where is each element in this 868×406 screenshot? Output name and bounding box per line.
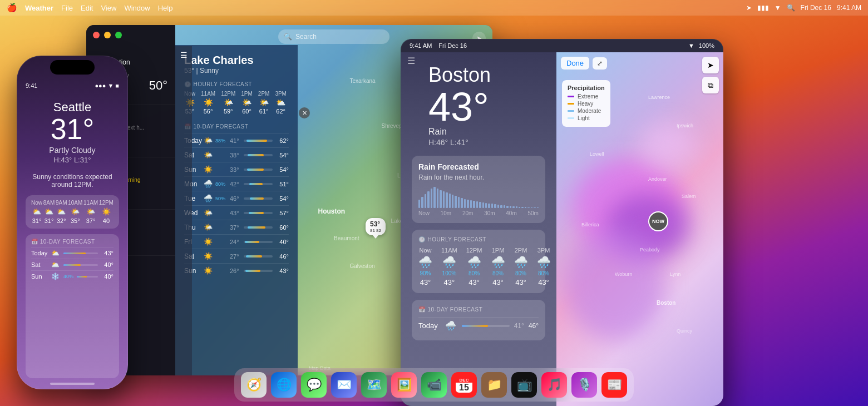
precip-title: Precipitation — [568, 85, 605, 91]
dock-safari[interactable]: 🌐 — [271, 372, 297, 398]
rain-bar — [482, 202, 484, 208]
forecast-row: Fri ☀️ 24° 40° — [184, 234, 289, 249]
hour-item: 1PM 🌤️ 60° — [241, 91, 253, 115]
dock-facetime[interactable]: 📹 — [421, 372, 447, 398]
hour-item: 9AM ⛅ 32° — [56, 200, 67, 224]
dock-messages[interactable]: 💬 — [301, 372, 327, 398]
precip-swatch-moderate — [568, 110, 574, 112]
hour-item: 1PM 🌧️ 80% 43° — [491, 247, 505, 286]
dock-podcasts[interactable]: 🎙️ — [571, 372, 597, 398]
location-icon: ➤ — [746, 4, 752, 12]
map-city-beaumont: Beaumont — [334, 235, 359, 241]
rain-bar — [476, 201, 478, 208]
panel-city: Lake Charles — [184, 54, 289, 67]
hourly-label: 🕐 HOURLY FORECAST — [184, 81, 289, 87]
panel-sub: 53° | Sunny — [184, 67, 289, 75]
rain-bar — [497, 205, 499, 208]
ipad-sidebar-toggle[interactable]: ☰ — [407, 56, 415, 66]
rain-bar — [510, 206, 511, 208]
rain-bar — [500, 205, 502, 208]
day-row: Sat 🌥️ 40° — [31, 259, 114, 270]
map-city-galveston: Galveston — [350, 263, 375, 269]
hour-item: 11AM 🌧️ 100% 43° — [441, 247, 457, 286]
map-sidebar-toggle[interactable]: ☰ — [175, 46, 192, 375]
map-city-label: Quincy — [677, 328, 692, 334]
menu-help[interactable]: Help — [158, 4, 173, 12]
mac-menubar: 🍎 Weather File Edit View Window Help ➤ ▮… — [0, 0, 868, 16]
menu-window[interactable]: Window — [124, 4, 150, 12]
dock-maps[interactable]: 🗺️ — [361, 372, 387, 398]
hour-item: 8AM ⛅ 31° — [43, 200, 55, 224]
precip-item-extreme: Extreme — [568, 93, 605, 100]
panel-close-button[interactable]: ✕ — [299, 107, 310, 118]
dock-files[interactable]: 📁 — [481, 372, 507, 398]
rain-bar — [440, 190, 441, 208]
rain-bar — [421, 197, 423, 208]
iphone-device: 9:41 ●●● ▼ ■ Seattle 31° Partly Cloudy H… — [17, 56, 128, 389]
menu-view[interactable]: View — [101, 4, 116, 12]
dock-photos[interactable]: 🖼️ — [391, 372, 417, 398]
map-city-label: Ipswich — [677, 123, 693, 128]
ipad-weather: ☰ Boston 43° Rain H:46° L:41° Rain Forec… — [401, 52, 723, 406]
battery-label: 100% — [699, 42, 714, 49]
apple-menu[interactable]: 🍎 — [7, 3, 17, 13]
precip-item-heavy: Heavy — [568, 101, 605, 107]
menu-file[interactable]: File — [61, 4, 73, 12]
done-button[interactable]: Done — [561, 57, 589, 70]
dock-music[interactable]: 🎵 — [541, 372, 567, 398]
forecast-label: 📅 10-DAY FORECAST — [418, 306, 539, 313]
precip-swatch-light — [568, 117, 574, 119]
menu-weather[interactable]: Weather — [25, 4, 53, 12]
ipad-status-right: ▼ 100% — [688, 42, 714, 49]
map-city-label: Woburn — [615, 271, 632, 277]
forecast-row: Sun ☀️ 33° 54° — [184, 162, 289, 176]
iphone-temp: 31° — [26, 115, 119, 143]
dock-appletv[interactable]: 📺 — [511, 372, 537, 398]
hour-item: Now 🌧️ 90% 43° — [418, 247, 432, 286]
search-icon[interactable]: 🔍 — [787, 4, 795, 12]
forecast-row: Wed 🌤️ 43° 57° — [184, 205, 289, 220]
hour-item: 11AM ☀️ 56° — [201, 91, 215, 115]
minimize-button[interactable] — [104, 32, 111, 38]
ipad-10day: 📅 10-DAY FORECAST Today 🌧️ 41° 46° — [412, 300, 545, 340]
rain-bar — [431, 189, 432, 208]
map-city-label: Lawrence — [648, 95, 670, 100]
close-button[interactable] — [93, 32, 100, 38]
precip-blob-moderate — [565, 229, 665, 340]
rain-bar — [485, 203, 487, 208]
rain-bar — [512, 206, 514, 208]
day-row: Today ⛅ 43° — [31, 247, 114, 259]
precip-swatch-extreme — [568, 96, 574, 97]
location-button[interactable]: ➤ — [702, 57, 719, 73]
rain-bar — [446, 192, 447, 208]
day-row: Sun ❄️ 40% 40° — [31, 270, 114, 282]
hour-item: 2PM 🌤️ 61° — [258, 91, 270, 115]
rain-bar — [506, 206, 508, 208]
forecast-row: Sat 🌤️ 38° 54° — [184, 147, 289, 162]
rain-bar — [449, 194, 451, 208]
rain-bar — [479, 202, 481, 208]
rain-bar — [519, 207, 520, 208]
layers-button[interactable]: ⧉ — [702, 77, 719, 93]
rain-bar — [427, 191, 429, 208]
menu-edit[interactable]: Edit — [81, 4, 93, 12]
ipad-city: Boston — [428, 63, 545, 87]
map-city-label: Salem — [682, 194, 696, 199]
dock-mail[interactable]: ✉️ — [331, 372, 357, 398]
rain-bar — [525, 207, 526, 208]
rain-subtitle: Rain for the next hour. — [418, 174, 539, 181]
precip-blob-light — [640, 123, 696, 167]
forecast-row: Tue 🌧️ 50% 46° 54° — [184, 191, 289, 205]
iphone-status-bar: 9:41 ●●● ▼ ■ — [26, 82, 119, 89]
hourly-section: 🕐 HOURLY FORECAST Now ☀️ 53° 11AM ☀️ 56° — [184, 81, 289, 115]
dock-finder[interactable]: 🧭 — [241, 372, 267, 398]
dock-calendar[interactable]: DEC 15 — [451, 372, 477, 398]
map-city-label: Lowell — [590, 151, 604, 157]
rain-bar — [425, 194, 426, 208]
dock-news[interactable]: 📰 — [601, 372, 627, 398]
iphone-10day-card: 📅 10-DAY FORECAST Today ⛅ 43° Sat 🌥️ 40°… — [26, 234, 119, 378]
expand-button[interactable]: ⤢ — [593, 57, 607, 70]
iphone-time: 9:41 — [26, 82, 37, 89]
iphone-message: Sunny conditions expected around 12PM. — [26, 173, 119, 189]
maximize-button[interactable] — [115, 32, 122, 38]
